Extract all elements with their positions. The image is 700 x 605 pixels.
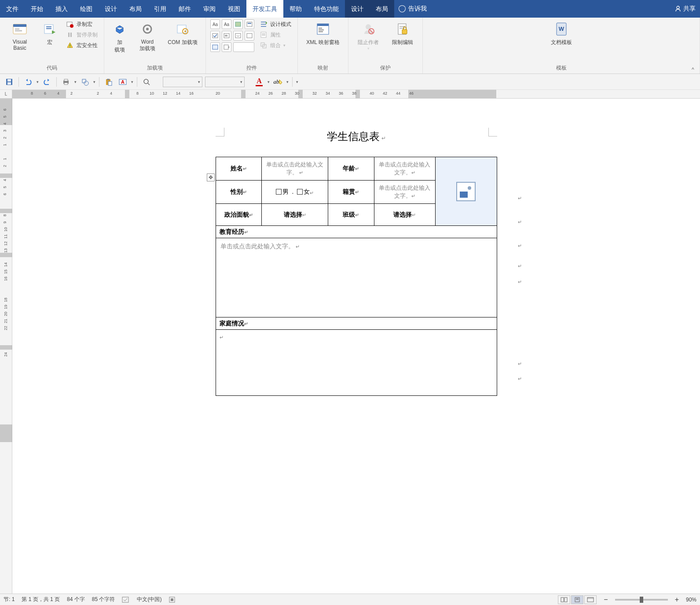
group-addins: 加 载项 Word 加载项 COM 加载项 加载项 xyxy=(104,18,206,74)
label-name: 姓名 xyxy=(231,165,243,172)
view-read-button[interactable] xyxy=(558,595,570,604)
empty-family-para[interactable] xyxy=(220,335,224,340)
highlight-button[interactable]: ab xyxy=(272,76,284,88)
macros-label: 宏 xyxy=(47,39,52,46)
tab-insert[interactable]: 插入 xyxy=(49,0,74,18)
com-addin-icon xyxy=(175,21,191,37)
zoom-slider[interactable] xyxy=(615,599,668,601)
share-button[interactable]: 共享 xyxy=(670,5,700,13)
svg-rect-49 xyxy=(7,79,11,81)
restrict-editing-button[interactable]: 限制编辑 xyxy=(387,19,418,48)
xml-pane-icon xyxy=(315,21,331,37)
photo-cell[interactable] xyxy=(436,157,497,226)
checkbox-male[interactable]: 男 xyxy=(276,188,289,196)
paste-button[interactable] xyxy=(103,76,114,88)
placeholder-education[interactable]: 单击或点击此处输入文字。 xyxy=(220,243,294,250)
page[interactable]: 学生信息表 ✥ 姓名 单击或点击此处输入文字。 年龄 单击或点击此处输入文字。 … xyxy=(180,103,532,589)
print-button[interactable] xyxy=(60,76,72,88)
size-combo[interactable] xyxy=(205,77,245,87)
redo-button[interactable] xyxy=(41,76,53,88)
label-gender: 性别 xyxy=(231,188,243,195)
status-language[interactable]: 中文(中国) xyxy=(137,596,161,603)
status-page[interactable]: 第 1 页，共 1 页 xyxy=(22,596,60,603)
group-mapping: XML 映射窗格 映射 xyxy=(298,18,348,74)
zoom-button[interactable] xyxy=(141,76,152,88)
xml-mapping-button[interactable]: XML 映射窗格 xyxy=(302,19,344,48)
font-combo[interactable] xyxy=(163,77,202,87)
vertical-ruler[interactable]: 65 43 21 12 45 68 910 1112 1314 1516 181… xyxy=(0,99,12,594)
tab-layout[interactable]: 布局 xyxy=(123,0,148,18)
zoom-out-button[interactable]: − xyxy=(604,596,608,604)
tab-home[interactable]: 开始 xyxy=(25,0,49,18)
text-box-button[interactable]: A xyxy=(117,76,128,88)
macro-security-button[interactable]: 宏安全性 xyxy=(64,41,99,50)
addin-icon xyxy=(112,21,128,37)
checkbox-female[interactable]: 女 xyxy=(297,188,310,196)
section-education: 教育经历 xyxy=(220,228,244,235)
svg-point-0 xyxy=(677,6,679,9)
tab-mailings[interactable]: 邮件 xyxy=(172,0,197,18)
student-info-table[interactable]: 姓名 单击或点击此处输入文字。 年龄 单击或点击此处输入文字。 性别 男 · 女… xyxy=(216,157,497,396)
record-macro-button[interactable]: 录制宏 xyxy=(64,19,99,29)
font-color-button[interactable]: A xyxy=(253,76,265,88)
horizontal-ruler[interactable]: 86 42 24 810 1214 1620 2426 2830 3234 36… xyxy=(12,90,700,99)
com-addins-button[interactable]: COM 加载项 xyxy=(164,19,201,48)
image-placeholder-icon xyxy=(456,182,476,201)
tab-table-design[interactable]: 设计 xyxy=(345,0,370,18)
dropdown-political[interactable]: 请选择 xyxy=(284,211,302,218)
controls-gallery[interactable]: AaAa xyxy=(210,19,254,52)
visual-basic-icon xyxy=(12,21,28,37)
block-authors-icon xyxy=(360,21,376,37)
group-icon xyxy=(260,41,268,49)
tell-me[interactable]: 告诉我 xyxy=(394,5,431,13)
undo-button[interactable] xyxy=(22,76,34,88)
label-origin: 籍贯 xyxy=(343,188,355,195)
quick-access-toolbar: ▾ ▾ ▾ A ▾ A ▾ ab ▾ ▾ xyxy=(0,74,700,90)
word-addins-button[interactable]: Word 加载项 xyxy=(134,19,161,54)
zoom-level[interactable]: 90% xyxy=(686,597,696,603)
tab-draw[interactable]: 绘图 xyxy=(74,0,99,18)
design-mode-button[interactable]: 设计模式 xyxy=(258,19,293,29)
label-female: 女 xyxy=(304,188,310,196)
ruler-area: L 86 42 24 810 1214 1620 2426 2830 3234 … xyxy=(0,90,700,99)
dropdown-class[interactable]: 请选择 xyxy=(393,211,412,218)
status-section[interactable]: 节: 1 xyxy=(4,596,15,603)
placeholder-age[interactable]: 单击或点击此处输入文字。 xyxy=(379,161,430,176)
doc-template-button[interactable]: W 文档模板 xyxy=(546,19,577,48)
group-mapping-label: 映射 xyxy=(318,63,328,74)
view-web-button[interactable] xyxy=(584,595,597,604)
addins-button[interactable]: 加 载项 xyxy=(109,19,131,55)
pause-recording-label: 暂停录制 xyxy=(77,31,98,39)
tab-developer[interactable]: 开发工具 xyxy=(246,0,283,18)
tab-review[interactable]: 审阅 xyxy=(197,0,222,18)
svg-rect-2 xyxy=(13,24,26,27)
group-code-label: 代码 xyxy=(47,63,57,74)
svg-rect-4 xyxy=(15,30,22,31)
zoom-in-button[interactable]: + xyxy=(675,596,679,604)
view-print-button[interactable] xyxy=(571,595,583,604)
svg-rect-25 xyxy=(235,33,241,38)
collapse-ribbon-button[interactable] xyxy=(692,66,697,71)
placeholder-origin[interactable]: 单击或点击此处输入文字。 xyxy=(379,184,430,199)
label-class: 班级 xyxy=(343,211,355,218)
status-chars[interactable]: 85 个字符 xyxy=(92,596,115,603)
svg-rect-3 xyxy=(15,29,19,30)
save-button[interactable] xyxy=(4,76,15,88)
macros-button[interactable]: 宏 xyxy=(39,19,61,48)
tab-file[interactable]: 文件 xyxy=(0,0,25,18)
highlighter-shape-button[interactable] xyxy=(79,76,91,88)
placeholder-name[interactable]: 单击或点击此处输入文字。 xyxy=(266,161,323,176)
document-title[interactable]: 学生信息表 xyxy=(198,129,515,144)
table-move-handle[interactable]: ✥ xyxy=(207,173,215,181)
macro-status-icon[interactable] xyxy=(169,596,176,603)
tab-design[interactable]: 设计 xyxy=(99,0,123,18)
tab-help[interactable]: 帮助 xyxy=(283,0,308,18)
spellcheck-icon[interactable] xyxy=(122,596,130,603)
tab-references[interactable]: 引用 xyxy=(148,0,172,18)
design-mode-label: 设计模式 xyxy=(270,21,291,28)
tab-view[interactable]: 视图 xyxy=(222,0,246,18)
status-words[interactable]: 84 个字 xyxy=(67,596,85,603)
visual-basic-button[interactable]: Visual Basic xyxy=(4,19,35,53)
tab-table-layout[interactable]: 布局 xyxy=(370,0,394,18)
tab-feature[interactable]: 特色功能 xyxy=(308,0,345,18)
